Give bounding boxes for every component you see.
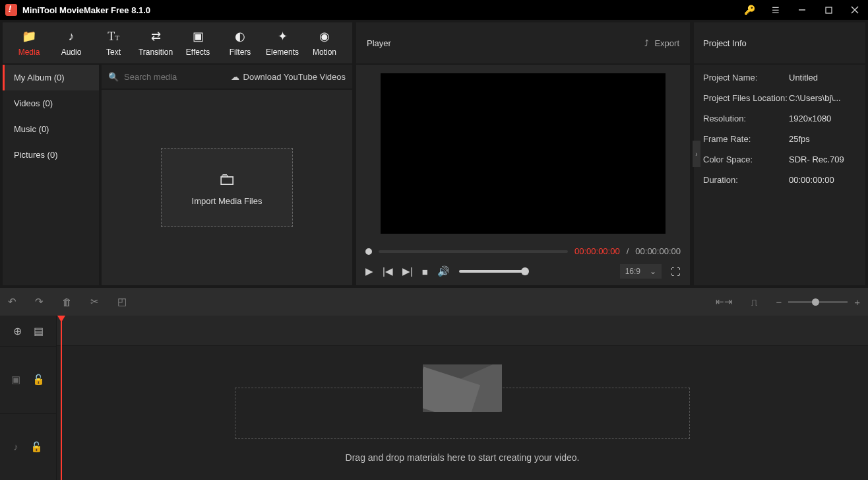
effects-icon: ▣	[177, 29, 219, 44]
scrub-handle[interactable]	[365, 248, 372, 255]
audio-track-icon: ♪	[13, 441, 18, 452]
media-sidebar: My Album (0) Videos (0) Music (0) Pictur…	[3, 65, 102, 285]
search-input[interactable]	[124, 72, 203, 82]
add-track-button[interactable]: ⊕	[13, 325, 22, 337]
timeline-zoom: − +	[776, 296, 860, 308]
info-row-resolution: Resolution:1920x1080	[703, 108, 856, 129]
tab-label: Audio	[61, 48, 82, 57]
aspect-ratio-select[interactable]: 16:9 ⌄	[620, 264, 662, 279]
media-panel: 📁Media ♪Audio TTText ⇄Transition ▣Effect…	[3, 22, 352, 285]
tab-elements[interactable]: ✦Elements	[261, 25, 303, 61]
track-manage-button[interactable]: ▤	[34, 325, 44, 337]
sidebar-item-videos[interactable]: Videos (0)	[3, 90, 99, 116]
tab-text[interactable]: TTText	[92, 26, 135, 61]
split-button[interactable]: ✂	[90, 296, 99, 308]
player-controls: ▶ |◀ ▶| ■ 🔊 16:9 ⌄ ⛶	[356, 260, 690, 285]
lock-track-button[interactable]: 🔓	[30, 441, 43, 453]
info-row-duration: Duration:00:00:00:00	[703, 170, 856, 190]
play-button[interactable]: ▶	[365, 265, 373, 277]
tab-label: Media	[18, 48, 40, 57]
undo-button[interactable]: ↶	[8, 296, 16, 308]
import-media-button[interactable]: 🗀 Import Media Files	[161, 148, 293, 227]
preview-canvas[interactable]	[381, 73, 666, 234]
audio-track-header: ♪ 🔓	[0, 413, 56, 481]
menu-button[interactable]: ☰	[762, 0, 789, 20]
svg-rect-1	[826, 7, 832, 13]
info-row-location: Project Files Location:C:\Users\bj\...	[703, 88, 856, 108]
timeline: ⊕ ▤ ▣ 🔓 ♪ 🔓 Drag and drop materials here…	[0, 316, 868, 480]
stop-button[interactable]: ■	[422, 266, 428, 277]
tab-transition[interactable]: ⇄Transition	[135, 25, 177, 61]
tab-effects[interactable]: ▣Effects	[177, 25, 219, 61]
info-row-colorspace: Color Space:SDR- Rec.709	[703, 149, 856, 170]
app-title: MiniTool MovieMaker Free 8.1.0	[22, 5, 150, 15]
redo-button[interactable]: ↷	[35, 296, 44, 308]
tab-label: Text	[106, 48, 121, 57]
next-frame-button[interactable]: ▶|	[402, 265, 413, 277]
collapse-info-button[interactable]: ›	[693, 141, 700, 167]
lock-track-button[interactable]: 🔓	[32, 374, 45, 386]
sparkle-icon: ✦	[261, 29, 303, 44]
markers-button[interactable]: ⎍	[751, 296, 757, 308]
sidebar-item-music[interactable]: Music (0)	[3, 116, 99, 142]
zoom-slider[interactable]	[788, 301, 848, 303]
tab-audio[interactable]: ♪Audio	[50, 26, 92, 61]
tab-label: Effects	[186, 48, 210, 57]
close-button[interactable]	[842, 0, 868, 20]
search-icon: 🔍	[108, 72, 119, 82]
video-track-header: ▣ 🔓	[0, 346, 56, 413]
music-note-icon: ♪	[50, 30, 92, 44]
close-icon	[851, 6, 859, 14]
import-media-label: Import Media Files	[192, 196, 263, 206]
hamburger-icon: ☰	[772, 5, 780, 15]
motion-icon: ◉	[303, 29, 346, 44]
delete-button[interactable]: 🗑	[62, 296, 72, 308]
prev-frame-button[interactable]: |◀	[383, 265, 393, 277]
upgrade-key-button[interactable]: 🔑	[736, 0, 762, 20]
tab-label: Elements	[266, 48, 299, 57]
scrub-track[interactable]	[379, 250, 568, 253]
timeline-canvas[interactable]: Drag and drop materials here to start cr…	[57, 316, 868, 480]
chevron-down-icon: ⌄	[650, 267, 656, 276]
filters-icon: ◐	[219, 29, 261, 44]
yt-link-label: Download YouTube Videos	[243, 72, 346, 82]
time-total: 00:00:00:00	[635, 246, 681, 256]
project-info-title: Project Info	[703, 38, 747, 48]
fullscreen-button[interactable]: ⛶	[671, 266, 681, 277]
player-title: Player	[367, 38, 391, 48]
minimize-button[interactable]	[789, 0, 815, 20]
tab-media[interactable]: 📁Media	[8, 25, 50, 61]
search-media[interactable]: 🔍	[108, 72, 226, 82]
project-info-list: Project Name:Untitled Project Files Loca…	[694, 65, 865, 193]
video-track-icon: ▣	[11, 374, 20, 386]
export-button[interactable]: ⤴ Export	[644, 38, 679, 48]
timeline-ruler[interactable]	[57, 316, 868, 346]
sidebar-item-my-album[interactable]: My Album (0)	[3, 65, 99, 90]
app-logo-icon	[5, 4, 17, 16]
cloud-download-icon: ☁	[231, 72, 239, 82]
auto-fit-button[interactable]: ⇤⇥	[716, 296, 733, 308]
sidebar-item-pictures[interactable]: Pictures (0)	[3, 142, 99, 168]
zoom-out-button[interactable]: −	[776, 296, 782, 308]
tab-motion[interactable]: ◉Motion	[303, 25, 346, 61]
title-bar: MiniTool MovieMaker Free 8.1.0 🔑 ☰	[0, 0, 868, 20]
ribbon-tabs: 📁Media ♪Audio TTText ⇄Transition ▣Effect…	[3, 22, 352, 65]
volume-button[interactable]: 🔊	[437, 265, 450, 277]
time-separator: /	[627, 246, 629, 256]
transition-icon: ⇄	[135, 29, 177, 44]
aspect-ratio-value: 16:9	[625, 267, 640, 276]
crop-button[interactable]: ◰	[117, 296, 127, 308]
info-row-name: Project Name:Untitled	[703, 67, 856, 88]
maximize-button[interactable]	[815, 0, 842, 20]
download-youtube-link[interactable]: ☁ Download YouTube Videos	[231, 72, 346, 82]
zoom-in-button[interactable]: +	[854, 296, 860, 308]
player-panel: Player ⤴ Export 00:00:00:00 / 00:00:00:0…	[356, 22, 690, 285]
timeline-track-headers: ⊕ ▤ ▣ 🔓 ♪ 🔓	[0, 316, 57, 480]
tab-filters[interactable]: ◐Filters	[219, 25, 261, 61]
volume-slider[interactable]	[459, 270, 525, 273]
tab-label: Transition	[139, 48, 173, 57]
text-icon: TT	[92, 30, 135, 44]
tab-label: Filters	[230, 48, 251, 57]
timeline-toolbar: ↶ ↷ 🗑 ✂ ◰ ⇤⇥ ⎍ − +	[0, 288, 868, 316]
folder-icon: 📁	[8, 29, 50, 44]
